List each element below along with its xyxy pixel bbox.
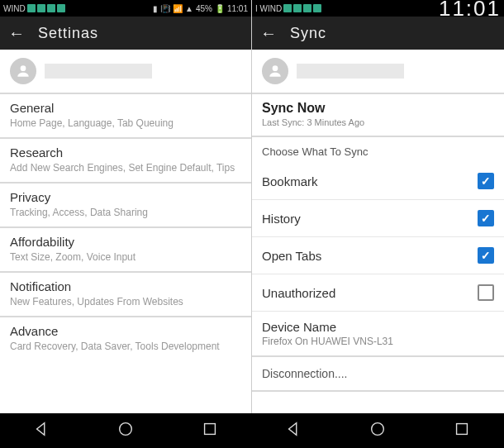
sync-screen: I WIND 11:01 ← Sync Sync Now (252, 0, 504, 413)
checkbox-icon[interactable] (478, 173, 494, 189)
svg-point-0 (21, 65, 26, 71)
app-title: Sync (290, 25, 326, 42)
svg-point-1 (273, 65, 278, 71)
section-title: General (10, 101, 241, 115)
sync-item-bookmark[interactable]: Bookmark (252, 163, 504, 200)
back-icon[interactable]: ← (8, 24, 25, 43)
carrier-label: I WIND (255, 4, 282, 13)
account-name-placeholder (45, 64, 152, 79)
sync-content[interactable]: Sync Now Last Sync: 3 Minutes Ago Choose… (252, 50, 504, 413)
carrier-label: WIND (3, 4, 26, 13)
status-icon (57, 4, 65, 12)
status-icon (27, 4, 36, 12)
app-bar: ← Sync (252, 17, 504, 50)
checkbox-icon[interactable] (478, 247, 494, 264)
vibrate-icon: 📳 (160, 4, 170, 13)
checkbox-icon[interactable] (478, 210, 494, 226)
sync-now-label: Sync Now (262, 101, 494, 116)
status-icon (303, 4, 311, 12)
nav-recent-icon[interactable] (201, 420, 219, 441)
status-bar: I WIND 11:01 (252, 0, 504, 17)
account-name-placeholder (297, 64, 404, 79)
status-bar: WIND ▮ 📳 📶 ▲ 45% 🔋 11:01 (0, 0, 251, 17)
section-title: Notification (10, 279, 241, 293)
account-row[interactable] (0, 50, 251, 94)
section-sub: Home Page, Language, Tab Queuing (10, 117, 241, 129)
nav-home-icon[interactable] (368, 420, 387, 441)
section-title: Affordability (10, 235, 241, 249)
app-bar: ← Settinas (0, 17, 251, 50)
app-title: Settinas (38, 25, 98, 42)
nav-back-icon[interactable] (33, 420, 51, 441)
status-icon (293, 4, 302, 12)
section-advance[interactable]: Advance Card Recovery, Data Saver, Tools… (0, 317, 251, 360)
status-icon (47, 4, 55, 12)
check-label: History (262, 212, 301, 226)
section-sub: Card Recovery, Data Saver, Tools Develop… (10, 341, 241, 352)
avatar-icon (10, 58, 36, 84)
nav-recent-icon[interactable] (453, 420, 471, 441)
section-title: Advance (10, 324, 241, 338)
check-label: Open Tabs (262, 249, 321, 263)
check-label: Unauthorized (262, 286, 335, 300)
checkbox-icon[interactable] (478, 284, 494, 301)
sync-now-row[interactable]: Sync Now Last Sync: 3 Minutes Ago (252, 94, 504, 137)
section-research[interactable]: Research Add New Search Engines, Set Eng… (0, 139, 251, 183)
svg-rect-3 (205, 424, 216, 435)
signal-icon: ▲ (185, 4, 193, 13)
check-label: Bookmark (262, 174, 318, 188)
settings-screen: WIND ▮ 📳 📶 ▲ 45% 🔋 11:01 ← Settinas (0, 0, 252, 413)
avatar-icon (262, 58, 288, 84)
section-affordability[interactable]: Affordability Text Size, Zoom, Voice Inp… (0, 228, 251, 273)
section-sub: Add New Search Engines, Set Engine Defau… (10, 162, 241, 174)
status-time: 11:01 (227, 4, 248, 13)
account-row[interactable] (252, 50, 504, 94)
device-name-section[interactable]: Device Name Firefox On HUAWEI VNS-L31 (252, 312, 504, 355)
section-title: Privacy (10, 190, 241, 204)
settings-content[interactable]: General Home Page, Language, Tab Queuing… (0, 50, 251, 413)
nav-home-icon[interactable] (116, 420, 135, 441)
battery-icon: 🔋 (215, 4, 225, 13)
disconnect-button[interactable]: Disconnection.... (252, 355, 504, 392)
status-icon (313, 4, 321, 12)
section-privacy[interactable]: Privacy Tracking, Access, Data Sharing (0, 183, 251, 228)
section-title: Research (10, 145, 241, 160)
section-sub: Tracking, Access, Data Sharing (10, 207, 241, 218)
section-sub: New Features, Updates From Websites (10, 296, 241, 307)
svg-rect-5 (457, 424, 468, 435)
device-name-value: Firefox On HUAWEI VNS-L31 (262, 336, 494, 347)
device-name-title: Device Name (262, 320, 494, 334)
sync-item-unauthorized[interactable]: Unauthorized (252, 274, 504, 312)
nfc-icon: ▮ (153, 4, 158, 13)
battery-pct: 45% (196, 4, 212, 13)
back-icon[interactable]: ← (260, 24, 277, 43)
svg-point-2 (120, 423, 132, 436)
last-sync-label: Last Sync: 3 Minutes Ago (262, 117, 494, 127)
svg-point-4 (372, 423, 384, 436)
nav-back-icon[interactable] (285, 420, 303, 441)
wifi-icon: 📶 (173, 4, 183, 13)
navigation-bar (0, 413, 504, 448)
sync-item-history[interactable]: History (252, 200, 504, 237)
status-icon (37, 4, 45, 12)
status-icon (283, 4, 292, 12)
disconnect-label: Disconnection.... (262, 367, 348, 380)
choose-sync-label: Choose What To Sync (252, 137, 504, 163)
section-general[interactable]: General Home Page, Language, Tab Queuing (0, 94, 251, 139)
section-notification[interactable]: Notification New Features, Updates From … (0, 273, 251, 317)
sync-item-open-tabs[interactable]: Open Tabs (252, 237, 504, 274)
section-sub: Text Size, Zoom, Voice Input (10, 251, 241, 263)
